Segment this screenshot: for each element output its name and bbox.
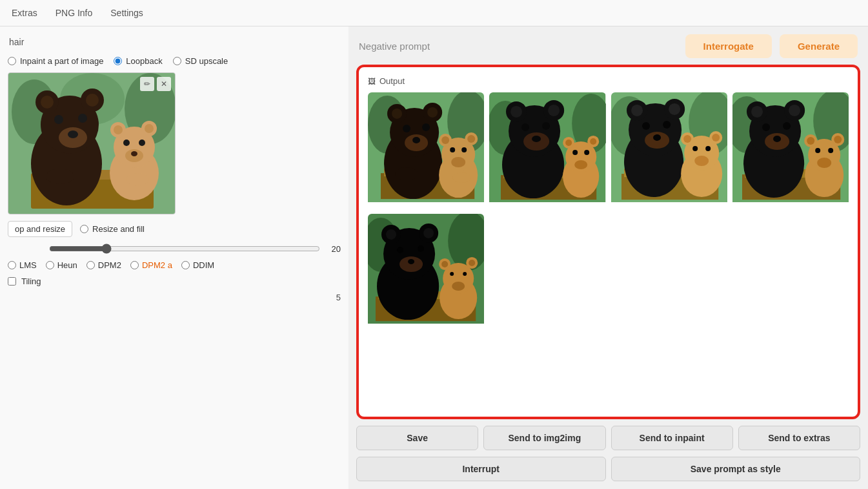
svg-point-27 [126, 173, 149, 186]
svg-point-74 [590, 138, 596, 145]
svg-point-50 [450, 147, 455, 152]
svg-point-99 [694, 156, 709, 166]
nav-settings[interactable]: Settings [109, 5, 145, 21]
action-buttons-row-2: Interrupt Save prompt as style [356, 457, 860, 481]
output-image-5[interactable] [368, 214, 484, 330]
image-wrapper: ✏ ✕ [8, 72, 341, 214]
send-inpaint-button[interactable]: Send to inpaint [611, 426, 733, 450]
svg-point-88 [669, 103, 680, 115]
svg-point-13 [68, 130, 78, 138]
svg-point-26 [46, 169, 74, 184]
svg-point-36 [392, 109, 402, 119]
slider-row-2: 5 [8, 293, 341, 302]
svg-point-148 [450, 272, 454, 276]
svg-point-53 [452, 172, 470, 183]
svg-point-110 [751, 106, 763, 118]
radio-inpaint[interactable]: Inpaint a part of image [8, 56, 103, 66]
svg-point-100 [692, 146, 698, 151]
svg-point-134 [386, 229, 396, 240]
svg-point-101 [705, 146, 711, 151]
top-right-row: Negative prompt Interrogate Generate [356, 34, 860, 58]
svg-point-147 [452, 282, 465, 291]
svg-point-15 [78, 114, 87, 123]
svg-point-75 [574, 160, 587, 169]
save-button[interactable]: Save [356, 426, 478, 450]
generate-button[interactable]: Generate [780, 34, 858, 58]
sampler-group: LMS Heun DPM2 DPM2 a DDIM [8, 260, 341, 270]
mode-radio-group: Inpaint a part of image Loopback SD upsc… [8, 56, 341, 66]
send-extras-button[interactable]: Send to extras [738, 426, 860, 450]
output-image-grid [368, 92, 849, 331]
sampler-heun[interactable]: Heun [46, 260, 77, 270]
svg-point-23 [131, 151, 137, 156]
send-img2img-button[interactable]: Send to img2img [483, 426, 605, 450]
svg-point-76 [572, 150, 578, 155]
slider-row-1: 20 [8, 244, 341, 254]
svg-point-149 [463, 272, 467, 276]
sampler-lms[interactable]: LMS [8, 260, 37, 270]
svg-point-125 [828, 148, 833, 153]
output-bear-svg-5 [368, 214, 484, 324]
tiling-row: Tiling [8, 276, 341, 286]
radio-loopback[interactable]: Loopback [114, 56, 162, 66]
main-layout: hair Inpaint a part of image Loopback SD… [0, 26, 868, 489]
resize-fill-label[interactable]: Resize and fill [80, 224, 145, 234]
svg-point-98 [712, 134, 720, 141]
nav-extras[interactable]: Extras [10, 5, 39, 21]
svg-point-138 [408, 259, 414, 264]
svg-point-116 [783, 122, 791, 130]
svg-point-92 [663, 121, 671, 129]
close-image-button[interactable]: ✕ [157, 77, 171, 91]
svg-point-137 [399, 256, 423, 272]
slider-1[interactable] [49, 244, 320, 254]
svg-point-11 [86, 94, 99, 107]
slider-1-value: 20 [325, 244, 341, 254]
interrupt-button[interactable]: Interrupt [356, 457, 606, 481]
radio-sd-upscale[interactable]: SD upscale [173, 56, 228, 66]
output-icon: 🖼 [368, 77, 376, 86]
tiling-label: Tiling [21, 276, 41, 286]
svg-point-90 [653, 134, 661, 141]
svg-point-25 [139, 140, 145, 146]
svg-point-112 [789, 105, 800, 116]
svg-point-136 [423, 228, 434, 238]
svg-point-139 [397, 247, 403, 253]
svg-point-52 [395, 167, 418, 180]
output-bear-svg-4 [732, 92, 849, 202]
sampler-dpm2a[interactable]: DPM2 a [130, 260, 172, 270]
sampler-ddim[interactable]: DDIM [181, 260, 214, 270]
svg-point-146 [469, 260, 475, 266]
tiling-checkbox[interactable] [8, 277, 16, 286]
image-action-buttons: ✏ ✕ [140, 77, 171, 91]
save-style-button[interactable]: Save prompt as style [611, 457, 861, 481]
output-image-4[interactable] [732, 92, 849, 209]
negative-prompt-label: Negative prompt [359, 41, 430, 52]
output-box: 🖼 Output [356, 65, 860, 419]
output-bear-svg-1 [368, 92, 484, 202]
svg-point-62 [510, 106, 522, 118]
svg-point-66 [532, 136, 541, 142]
output-bear-svg-2 [489, 92, 605, 202]
svg-point-96 [683, 135, 691, 143]
svg-point-77 [584, 150, 589, 155]
sampler-dpm2[interactable]: DPM2 [86, 260, 121, 270]
top-navigation: Extras PNG Info Settings [0, 0, 868, 26]
resize-options-group: op and resize Resize and fill [8, 221, 341, 237]
interrogate-button[interactable]: Interrogate [685, 34, 772, 58]
right-panel: Negative prompt Interrogate Generate 🖼 O… [348, 26, 868, 489]
edit-image-button[interactable]: ✏ [140, 77, 154, 91]
resize-crop-button[interactable]: op and resize [8, 221, 72, 237]
svg-point-38 [427, 107, 438, 118]
bear-image-svg [8, 73, 176, 214]
svg-point-67 [521, 123, 529, 131]
svg-point-64 [548, 105, 560, 116]
svg-point-51 [461, 147, 467, 152]
output-image-3[interactable] [611, 92, 727, 209]
svg-point-14 [54, 115, 63, 124]
svg-point-144 [441, 261, 448, 267]
output-image-2[interactable] [489, 92, 605, 209]
output-image-1[interactable] [368, 92, 484, 209]
svg-point-86 [631, 105, 643, 116]
svg-point-68 [542, 122, 550, 130]
nav-png-info[interactable]: PNG Info [54, 5, 94, 21]
